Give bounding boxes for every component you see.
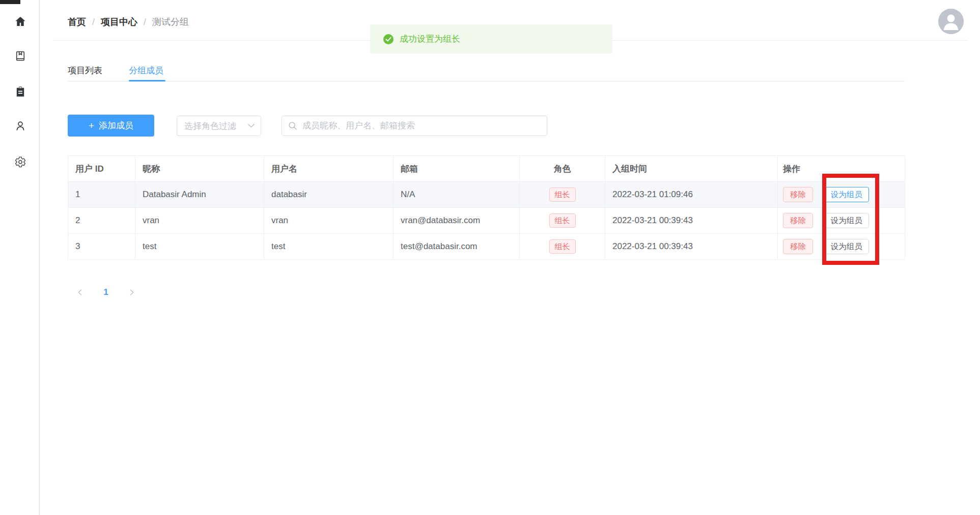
cell-username: databasir <box>264 182 394 208</box>
success-check-icon <box>383 34 394 44</box>
remove-member-button[interactable]: 移除 <box>783 213 813 228</box>
cell-joined-at: 2022-03-21 00:39:43 <box>605 208 778 234</box>
cell-username: vran <box>264 208 394 234</box>
user-icon[interactable] <box>14 120 26 132</box>
user-avatar[interactable] <box>938 9 964 34</box>
search-icon <box>288 121 297 130</box>
col-header-user-id: 用户 ID <box>68 156 135 182</box>
role-filter-select[interactable]: 选择角色过滤 <box>177 116 261 136</box>
member-search-box <box>282 116 547 136</box>
add-member-button[interactable]: + 添加成员 <box>68 115 154 137</box>
cell-email: test@databasir.com <box>394 234 520 260</box>
members-table: 用户 ID 昵称 用户名 邮箱 角色 入组时间 操作 1 Databasir A… <box>68 155 905 260</box>
breadcrumb-current-group: 测试分组 <box>152 16 189 28</box>
cell-user-id: 3 <box>68 234 135 260</box>
set-as-member-button[interactable]: 设为组员 <box>824 213 869 228</box>
role-tag: 组长 <box>549 213 576 228</box>
col-header-operations: 操作 <box>778 156 905 182</box>
gear-icon[interactable] <box>14 156 26 168</box>
pagination: 1 <box>72 284 140 301</box>
role-filter-placeholder: 选择角色过滤 <box>184 120 248 132</box>
cell-nickname: Databasir Admin <box>135 182 264 208</box>
tab-group-members[interactable]: 分组成员 <box>129 65 163 77</box>
active-tab-underline <box>129 80 165 82</box>
breadcrumb-separator: / <box>144 17 146 28</box>
book-icon[interactable] <box>14 50 26 62</box>
clipboard-icon[interactable] <box>14 86 26 98</box>
cell-username: test <box>264 234 394 260</box>
cell-joined-at: 2022-03-21 01:09:46 <box>605 182 778 208</box>
table-row: 2 vran vran vran@databasir.com 组长 2022-0… <box>68 208 905 234</box>
pagination-next-button[interactable] <box>124 284 140 301</box>
pagination-page-1[interactable]: 1 <box>98 284 114 301</box>
remove-member-button[interactable]: 移除 <box>783 187 813 202</box>
cell-nickname: test <box>135 234 264 260</box>
cell-joined-at: 2022-03-21 00:39:43 <box>605 234 778 260</box>
breadcrumb-project-center[interactable]: 项目中心 <box>101 16 137 28</box>
cell-user-id: 2 <box>68 208 135 234</box>
cell-nickname: vran <box>135 208 264 234</box>
breadcrumb-separator: / <box>92 17 95 28</box>
plus-icon: + <box>89 120 94 131</box>
member-search-input[interactable] <box>302 121 541 131</box>
collapsed-titlebar-stub <box>0 0 20 4</box>
set-as-member-button[interactable]: 设为组员 <box>824 239 869 254</box>
cell-email: N/A <box>394 182 520 208</box>
col-header-username: 用户名 <box>264 156 394 182</box>
remove-member-button[interactable]: 移除 <box>783 239 813 254</box>
col-header-role: 角色 <box>520 156 605 182</box>
table-row: 1 Databasir Admin databasir N/A 组长 2022-… <box>68 182 905 208</box>
tabs-divider <box>68 81 905 82</box>
col-header-nickname: 昵称 <box>135 156 264 182</box>
toast-message: 成功设置为组长 <box>400 33 460 45</box>
tab-project-list[interactable]: 项目列表 <box>68 65 102 77</box>
success-toast: 成功设置为组长 <box>370 24 612 53</box>
breadcrumb-home[interactable]: 首页 <box>68 16 86 28</box>
chevron-down-icon <box>248 124 255 128</box>
pagination-prev-button[interactable] <box>72 284 88 301</box>
cell-email: vran@databasir.com <box>394 208 520 234</box>
col-header-email: 邮箱 <box>394 156 520 182</box>
table-row: 3 test test test@databasir.com 组长 2022-0… <box>68 234 905 260</box>
role-tag: 组长 <box>549 187 576 202</box>
set-as-member-button[interactable]: 设为组员 <box>824 187 869 202</box>
breadcrumb: 首页 / 项目中心 / 测试分组 <box>68 16 189 28</box>
sidebar <box>0 0 40 515</box>
table-header-row: 用户 ID 昵称 用户名 邮箱 角色 入组时间 操作 <box>68 156 905 182</box>
col-header-joined-at: 入组时间 <box>605 156 778 182</box>
home-icon[interactable] <box>14 15 26 28</box>
cell-user-id: 1 <box>68 182 135 208</box>
add-member-label: 添加成员 <box>99 120 133 131</box>
role-tag: 组长 <box>549 239 576 254</box>
